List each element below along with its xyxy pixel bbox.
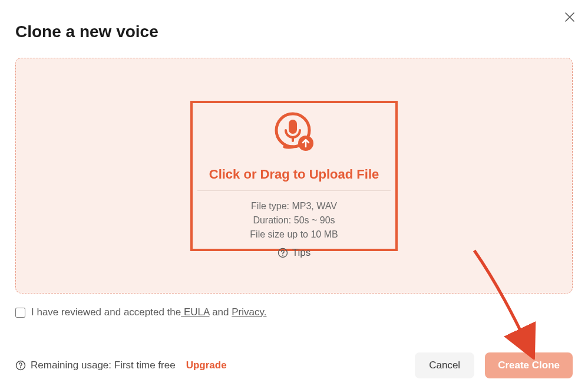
modal-footer: Remaining usage: First time free Upgrade… bbox=[15, 352, 573, 378]
consent-row: I have reviewed and accepted the EULA an… bbox=[15, 306, 573, 318]
file-type-info: File type: MP3, WAV bbox=[193, 199, 395, 213]
tips-label: Tips bbox=[292, 247, 311, 259]
privacy-link[interactable]: Privacy. bbox=[232, 306, 266, 318]
help-icon bbox=[278, 248, 288, 258]
clone-voice-modal: Clone a new voice Click or Drag to Uploa… bbox=[0, 0, 588, 389]
help-icon bbox=[15, 360, 26, 371]
size-info: File size up to 10 MB bbox=[193, 228, 395, 242]
svg-point-7 bbox=[282, 255, 283, 256]
create-clone-button[interactable]: Create Clone bbox=[485, 352, 573, 378]
upload-dropzone[interactable]: Click or Drag to Upload File File type: … bbox=[15, 58, 573, 294]
action-buttons: Cancel Create Clone bbox=[415, 352, 573, 378]
consent-text: I have reviewed and accepted the EULA an… bbox=[31, 306, 266, 318]
file-requirements: File type: MP3, WAV Duration: 50s ~ 90s … bbox=[193, 191, 395, 249]
cancel-button[interactable]: Cancel bbox=[415, 352, 474, 378]
upload-card: Click or Drag to Upload File File type: … bbox=[190, 101, 398, 251]
close-button[interactable] bbox=[564, 12, 575, 25]
upload-instruction: Click or Drag to Upload File bbox=[197, 167, 391, 191]
upgrade-link[interactable]: Upgrade bbox=[186, 360, 227, 371]
usage-info: Remaining usage: First time free Upgrade bbox=[15, 360, 227, 371]
duration-info: Duration: 50s ~ 90s bbox=[193, 213, 395, 228]
usage-label: Remaining usage: First time free bbox=[31, 360, 176, 371]
consent-checkbox[interactable] bbox=[15, 308, 25, 318]
svg-point-9 bbox=[20, 367, 21, 368]
svg-rect-3 bbox=[289, 120, 297, 134]
modal-title: Clone a new voice bbox=[15, 22, 573, 41]
close-icon bbox=[564, 12, 575, 22]
eula-link[interactable]: EULA bbox=[181, 306, 209, 318]
tips-link[interactable]: Tips bbox=[16, 247, 572, 259]
microphone-upload-icon bbox=[270, 109, 318, 156]
